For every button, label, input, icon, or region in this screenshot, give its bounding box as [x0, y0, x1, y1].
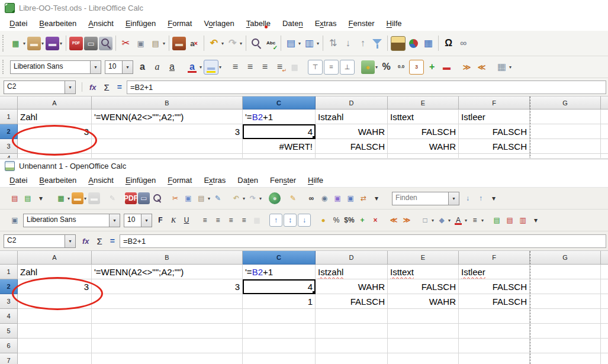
cell-F6[interactable]	[459, 339, 530, 353]
row-header-7[interactable]: 7	[0, 353, 18, 364]
cell-F7[interactable]	[459, 353, 530, 364]
column-header-F[interactable]: F	[459, 251, 530, 265]
name-box-dropdown[interactable]: ▾	[65, 81, 75, 94]
cell-E1[interactable]: Isttext	[388, 109, 459, 124]
center-vertically-icon[interactable]: ↕	[284, 214, 297, 227]
italic-icon[interactable]: a	[150, 60, 164, 74]
cell-D1[interactable]: Istzahl	[316, 265, 388, 279]
find-up-icon[interactable]: ↑	[475, 192, 487, 204]
increase-indent-icon[interactable]: ≫	[401, 214, 413, 226]
undo-dropdown[interactable]: ▾	[243, 196, 245, 201]
clear-formatting-icon[interactable]: a	[187, 37, 201, 50]
column-header-E[interactable]: E	[388, 96, 459, 109]
font-color-icon[interactable]: A	[452, 214, 464, 226]
find-replace-icon[interactable]: ∞	[305, 192, 317, 204]
cell-D2[interactable]: WAHR	[316, 279, 388, 294]
cell-E2[interactable]: FALSCH	[388, 279, 459, 294]
page-preview-icon[interactable]	[151, 192, 163, 204]
cell-G2[interactable]	[530, 279, 601, 294]
menu-ansicht[interactable]: Ansicht	[82, 174, 120, 186]
menu-extras[interactable]: Extras	[198, 174, 231, 186]
formula-input[interactable]: =B2+1	[120, 234, 606, 248]
row-header-1[interactable]: 1	[0, 265, 18, 279]
insert-column-icon[interactable]: ▥	[303, 37, 316, 50]
cell-F3[interactable]: FALSCH	[459, 294, 530, 309]
cell-F5[interactable]	[459, 324, 530, 339]
italic-icon[interactable]: K	[168, 214, 179, 226]
column-header-D[interactable]: D	[316, 96, 388, 109]
insert-rows-icon[interactable]: ▤	[491, 214, 503, 226]
spelling-icon[interactable]: Abc	[264, 37, 278, 50]
add-decimal-icon[interactable]: +	[425, 60, 439, 74]
cut-icon[interactable]: ✂	[119, 37, 133, 50]
insert-image-icon[interactable]	[391, 36, 406, 51]
save-icon[interactable]: ▬	[46, 37, 59, 50]
borders-dropdown[interactable]: ▾	[509, 65, 512, 70]
column-header-E[interactable]: E	[388, 251, 459, 265]
delete-decimal-icon[interactable]: ▬	[440, 60, 453, 74]
cell-C1[interactable]: '=B2+1	[243, 265, 316, 279]
align-left-icon[interactable]: ≡	[229, 60, 242, 74]
cell-E5[interactable]	[388, 324, 459, 339]
print-preview-icon[interactable]	[99, 37, 112, 50]
titlebar[interactable]: Libre-OO-Test.ods - LibreOffice Calc	[0, 0, 608, 15]
styles-panel-icon[interactable]: ▣	[9, 214, 21, 226]
align-bottom-icon[interactable]: ↓	[298, 214, 311, 227]
cell-F1[interactable]: Istleer	[459, 109, 530, 124]
insert-table-green-icon[interactable]: ▤	[22, 192, 34, 204]
column-header-G[interactable]: G	[530, 251, 601, 265]
menu-daten[interactable]: Daten	[276, 17, 309, 30]
sort-icon[interactable]: ⇅	[326, 37, 340, 50]
new-document-icon[interactable]: ▦	[9, 37, 22, 50]
date-format-icon[interactable]: 3	[409, 60, 424, 75]
cell-A7[interactable]	[18, 353, 92, 364]
formula-icon[interactable]: =	[107, 236, 118, 246]
cell-A5[interactable]	[18, 324, 92, 339]
cell-B5[interactable]	[92, 324, 243, 339]
cell-A6[interactable]	[18, 339, 92, 353]
cell-E2[interactable]: FALSCH	[388, 124, 459, 139]
font-size-combobox[interactable]: 10 ▾	[124, 214, 152, 227]
find-dropdown[interactable]: ▾	[448, 192, 459, 205]
bold-icon[interactable]: a	[136, 60, 149, 74]
find-combobox[interactable]: Finden ▾	[392, 192, 459, 205]
currency-format-dropdown[interactable]: ▾	[375, 65, 378, 70]
new-document-icon[interactable]: ▦	[55, 192, 67, 204]
cell-A4[interactable]	[18, 309, 92, 324]
cell-E6[interactable]	[388, 339, 459, 353]
column-header-B[interactable]: B	[92, 251, 243, 265]
select-all-corner[interactable]	[0, 96, 18, 109]
cell-D1[interactable]: Istzahl	[316, 109, 388, 124]
menu-extras[interactable]: Extras	[309, 17, 343, 30]
cell-B1[interactable]: '=WENN(A2<>"";A2;"")	[92, 109, 243, 124]
cell-C3[interactable]: #WERT!	[243, 139, 316, 154]
cell-B4[interactable]	[92, 309, 243, 324]
percent-format-icon[interactable]: %	[379, 60, 393, 74]
cell-E3[interactable]: WAHR	[388, 294, 459, 309]
column-header-F[interactable]: F	[459, 96, 530, 109]
column-header-A[interactable]: A	[18, 96, 92, 109]
redo-icon[interactable]: ↷	[226, 37, 239, 50]
format-paintbrush-icon[interactable]: ✎	[212, 192, 224, 204]
sum-icon[interactable]: Σ	[101, 82, 112, 92]
redo-icon[interactable]: ↷	[247, 192, 259, 204]
line-style-icon[interactable]: ≡	[469, 214, 481, 226]
row-header-4[interactable]: 4	[0, 309, 18, 324]
font-size-dropdown[interactable]: ▾	[141, 214, 152, 227]
row-header-6[interactable]: 6	[0, 339, 18, 353]
delete-decimal-icon[interactable]: ×	[369, 214, 381, 226]
sort-ascending-icon[interactable]: ↓	[341, 37, 355, 50]
align-top-icon[interactable]: ⊤	[308, 60, 323, 75]
borders-icon[interactable]: □	[419, 214, 431, 226]
menu-hilfe[interactable]: Hilfe	[302, 174, 329, 186]
menu-vorlagen[interactable]: Vorlagen	[198, 17, 240, 30]
cell-C1[interactable]: '=B2+1	[243, 109, 316, 124]
cell-C2[interactable]: 4	[243, 124, 316, 139]
cell-D3[interactable]: FALSCH	[316, 139, 388, 154]
sum-icon[interactable]: Σ	[94, 236, 105, 246]
export-pdf-icon[interactable]: PDF	[69, 37, 83, 50]
table-overflow-dropdown[interactable]: ▾	[35, 192, 47, 204]
menu-bearbeiten[interactable]: Bearbeiten	[33, 17, 82, 30]
gallery-icon[interactable]: ▣	[332, 192, 343, 204]
formula-input[interactable]: =B2+1	[127, 80, 606, 94]
